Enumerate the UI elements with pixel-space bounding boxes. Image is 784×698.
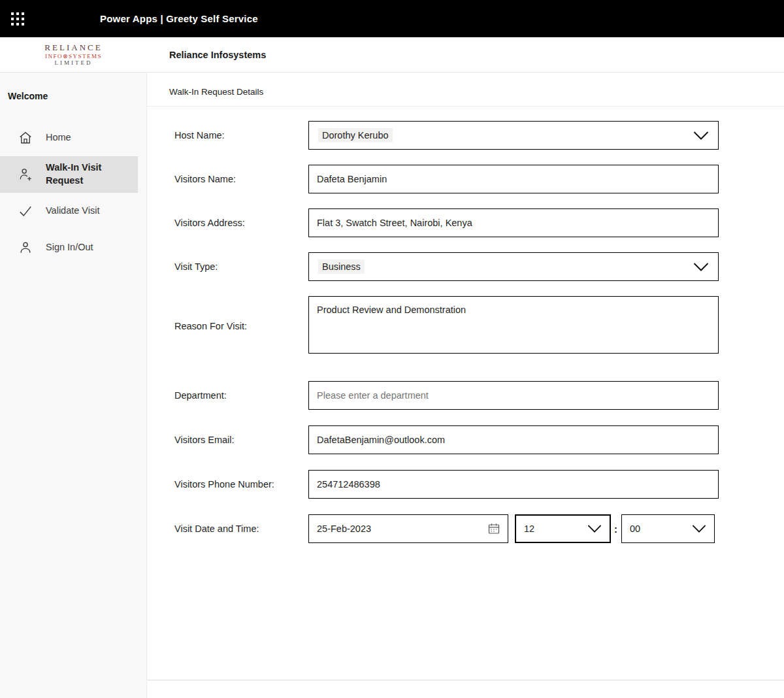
app-title: Power Apps | Greety Self Service — [100, 13, 258, 24]
chevron-down-icon — [692, 525, 706, 533]
sidebar-item-validate-visit[interactable]: Validate Visit — [0, 193, 138, 229]
host-name-value: Dorothy Kerubo — [318, 128, 393, 142]
visit-type-label: Visit Type: — [174, 261, 308, 272]
field-row-host-name: Host Name: Dorothy Kerubo — [174, 121, 784, 150]
app-launcher-waffle-icon[interactable] — [10, 12, 25, 26]
visitors-email-label: Visitors Email: — [174, 435, 308, 445]
visitors-phone-input[interactable] — [308, 470, 719, 499]
top-app-bar: Power Apps | Greety Self Service — [0, 0, 784, 37]
field-row-visitors-email: Visitors Email: — [174, 425, 784, 454]
chevron-down-icon — [693, 131, 709, 140]
calendar-icon — [488, 523, 500, 535]
page-title: Walk-In Request Details — [147, 73, 784, 107]
check-icon — [18, 204, 33, 218]
visitors-address-input[interactable] — [308, 208, 719, 237]
welcome-heading: Welcome — [0, 73, 146, 101]
visitors-name-label: Visitors Name: — [174, 174, 308, 184]
visitors-email-input[interactable] — [308, 425, 719, 454]
field-row-reason: Reason For Visit: Product Review and Dem… — [174, 296, 784, 356]
logo-line-1: RELIANCE — [44, 43, 102, 53]
visitors-address-label: Visitors Address: — [174, 218, 308, 228]
visit-datetime-label: Visit Date and Time: — [174, 524, 308, 534]
host-name-label: Host Name: — [174, 130, 308, 141]
visit-hour-dropdown[interactable]: 12 — [515, 514, 611, 543]
field-row-visit-type: Visit Type: Business — [174, 252, 784, 281]
field-row-department: Department: — [174, 381, 784, 410]
sidebar-item-sign-in-out[interactable]: Sign In/Out — [0, 229, 138, 266]
chevron-down-icon — [587, 525, 602, 533]
field-row-visit-datetime: Visit Date and Time: 25-Feb-2023 — [174, 514, 784, 543]
sidebar-item-label: Sign In/Out — [46, 241, 93, 254]
person-icon — [18, 241, 33, 255]
visit-type-dropdown[interactable]: Business — [308, 252, 719, 281]
visitors-name-input[interactable] — [308, 165, 719, 193]
logo-line-3: LIMITED — [55, 59, 93, 66]
sidebar-item-label: Walk-In Visit Request — [46, 161, 133, 187]
waffle-grid-icon — [11, 12, 24, 25]
walk-in-request-form: Host Name: Dorothy Kerubo Visitors Name: — [147, 107, 784, 558]
sidebar-item-label: Home — [46, 131, 71, 144]
visit-minute-dropdown[interactable]: 00 — [621, 514, 715, 543]
main-content: Walk-In Request Details Host Name: Dorot… — [147, 73, 784, 698]
header-bar: RELIANCE INFO⊗SYSTEMS LIMITED Reliance I… — [0, 37, 784, 73]
sidebar-item-label: Validate Visit — [46, 205, 99, 218]
company-logo: RELIANCE INFO⊗SYSTEMS LIMITED — [0, 43, 147, 67]
host-name-dropdown[interactable]: Dorothy Kerubo — [308, 121, 719, 150]
time-separator: : — [614, 524, 617, 535]
chevron-down-icon — [693, 263, 709, 271]
department-input[interactable] — [308, 381, 719, 410]
person-add-icon — [18, 167, 33, 182]
bottom-divider — [147, 680, 784, 680]
app-window: Power Apps | Greety Self Service RELIANC… — [0, 0, 784, 698]
visit-type-value: Business — [318, 259, 365, 274]
department-label: Department: — [174, 390, 308, 401]
field-row-visitors-address: Visitors Address: — [174, 208, 784, 237]
visit-minute-value: 00 — [630, 524, 640, 534]
reason-textarea[interactable]: Product Review and Demonstration — [308, 296, 719, 354]
field-row-visitors-phone: Visitors Phone Number: — [174, 470, 784, 499]
sidebar: Welcome Home — [0, 73, 147, 698]
visitors-phone-label: Visitors Phone Number: — [174, 479, 308, 490]
reason-label: Reason For Visit: — [174, 321, 308, 331]
company-name: Reliance Infosystems — [169, 50, 266, 60]
sidebar-nav: Home Walk-In Visit Request — [0, 120, 146, 266]
visit-hour-value: 12 — [524, 524, 534, 534]
sidebar-item-walk-in-visit-request[interactable]: Walk-In Visit Request — [0, 156, 138, 193]
sidebar-item-home[interactable]: Home — [0, 120, 138, 156]
home-icon — [18, 131, 33, 145]
field-row-visitors-name: Visitors Name: — [174, 165, 784, 193]
visit-date-picker[interactable]: 25-Feb-2023 — [308, 514, 508, 543]
logo-line-2: INFO⊗SYSTEMS — [45, 53, 102, 59]
datetime-controls: 25-Feb-2023 12 : — [308, 514, 719, 543]
visit-date-value: 25-Feb-2023 — [317, 524, 371, 534]
